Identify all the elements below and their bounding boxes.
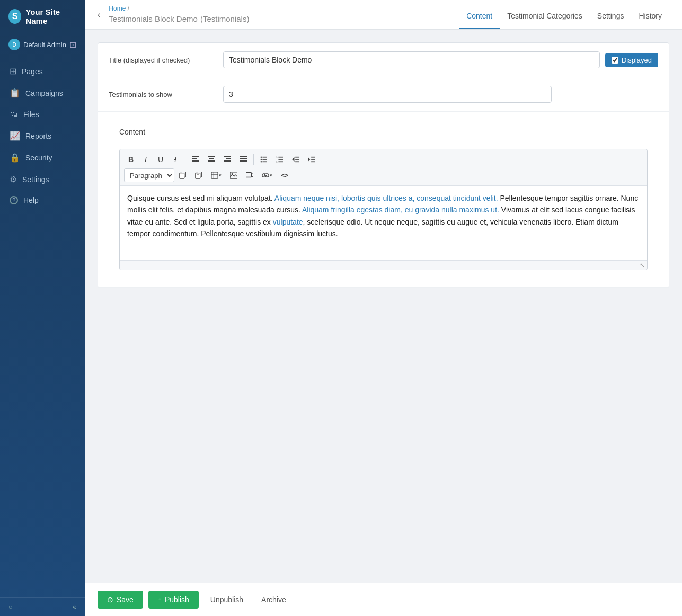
sidebar-item-label: Files (23, 110, 39, 119)
svg-rect-39 (196, 173, 200, 179)
paragraph-select[interactable]: Paragraph (124, 168, 174, 182)
toolbar-align-right[interactable] (220, 153, 235, 166)
breadcrumb-home[interactable]: Home (109, 5, 126, 12)
svg-rect-17 (262, 157, 267, 158)
sidebar-item-label: Pages (22, 67, 43, 76)
breadcrumb: Home / (109, 5, 459, 12)
testimonials-row: Testimonials to show (98, 77, 669, 112)
tab-history[interactable]: History (631, 2, 669, 29)
site-logo[interactable]: S Your Site Name (0, 0, 85, 33)
svg-rect-14 (240, 160, 247, 162)
user-profile[interactable]: D Default Admin ⊡ (0, 33, 85, 56)
tab-content[interactable]: Content (459, 2, 500, 29)
svg-rect-0 (192, 156, 199, 157)
footer-bar: ⊙ Save ↑ Publish Unpublish Archive (85, 583, 682, 616)
back-button[interactable]: ‹ (98, 10, 104, 20)
resize-icon: ⤡ (640, 262, 645, 269)
svg-rect-25 (278, 159, 283, 160)
toolbar-link[interactable]: ▾ (258, 168, 276, 182)
page-title-text: Testimonials Block Demo (109, 14, 198, 23)
tab-settings[interactable]: Settings (590, 2, 632, 29)
unpublish-label: Unpublish (210, 595, 243, 604)
editor-body[interactable]: Quisque cursus est sed mi aliquam volutp… (120, 186, 647, 260)
campaigns-icon: 📋 (10, 88, 20, 98)
sidebar-item-label: Security (25, 154, 52, 162)
svg-rect-41 (211, 172, 218, 178)
sidebar-bottom: ○ « (0, 597, 85, 616)
form-card: Title (displayed if checked) Displayed T… (98, 42, 669, 288)
editor-toolbar: B I U I (120, 149, 647, 186)
unpublish-button[interactable]: Unpublish (204, 591, 250, 609)
svg-rect-12 (240, 156, 247, 157)
sidebar-item-files[interactable]: 🗂 Files (0, 104, 85, 125)
save-button[interactable]: ⊙ Save (98, 591, 143, 609)
sidebar-item-label: Settings (22, 175, 49, 184)
svg-rect-30 (295, 159, 299, 160)
pages-icon: ⊞ (10, 66, 16, 76)
sidebar-item-label: Reports (25, 132, 51, 140)
svg-rect-46 (246, 173, 252, 177)
editor-resize-handle[interactable]: ⤡ (120, 260, 647, 270)
svg-rect-21 (262, 161, 267, 162)
testimonials-input[interactable] (223, 86, 552, 103)
header-tabs: Content Testimonial Categories Settings … (459, 0, 669, 29)
svg-text:1.: 1. (276, 156, 278, 158)
sidebar-item-security[interactable]: 🔒 Security (0, 147, 85, 168)
editor-wrapper: B I U I (109, 149, 658, 279)
toolbar-bold[interactable]: B (124, 153, 138, 166)
toolbar-ul[interactable] (256, 153, 271, 166)
svg-rect-4 (208, 156, 215, 157)
toolbar-indent-more[interactable] (304, 153, 319, 166)
toolbar-code[interactable]: <> (277, 168, 292, 182)
toolbar-copy[interactable] (175, 168, 190, 182)
sidebar-item-campaigns[interactable]: 📋 Campaigns (0, 82, 85, 104)
site-name: Your Site Name (25, 7, 76, 25)
user-settings-icon[interactable]: ⊡ (69, 40, 76, 50)
svg-marker-28 (292, 157, 294, 162)
toolbar-image[interactable] (226, 168, 241, 182)
publish-button[interactable]: ↑ Publish (148, 591, 199, 609)
toolbar-media[interactable] (242, 168, 257, 182)
tab-testimonial-categories[interactable]: Testimonial Categories (500, 2, 590, 29)
archive-label: Archive (261, 595, 286, 604)
svg-rect-2 (192, 160, 199, 162)
toolbar-indent-less[interactable] (288, 153, 303, 166)
save-icon: ⊙ (107, 595, 113, 604)
svg-rect-9 (226, 158, 231, 159)
svg-point-20 (261, 161, 262, 163)
archive-button[interactable]: Archive (255, 591, 293, 609)
toolbar-justify[interactable] (236, 153, 251, 166)
svg-rect-5 (209, 158, 214, 159)
toolbar-italic[interactable]: I (139, 153, 153, 166)
toolbar-separator-2 (253, 154, 254, 165)
toolbar-ol[interactable]: 1.2.3. (272, 153, 287, 166)
title-input[interactable] (223, 51, 600, 68)
toolbar-separator-1 (185, 154, 185, 165)
toolbar-align-left[interactable] (188, 153, 203, 166)
testimonials-control-group (223, 86, 658, 103)
svg-point-18 (261, 159, 262, 160)
main-content: ‹ Home / Testimonials Block Demo (Testim… (85, 0, 682, 616)
displayed-checkbox[interactable] (612, 57, 618, 64)
reports-icon: 📈 (10, 131, 20, 141)
toolbar-strikethrough[interactable]: I (169, 153, 182, 166)
svg-rect-37 (180, 173, 184, 179)
svg-rect-35 (311, 161, 315, 162)
title-control-group: Displayed (223, 51, 658, 68)
header-left: Home / Testimonials Block Demo (Testimon… (109, 0, 459, 29)
sidebar-item-reports[interactable]: 📈 Reports (0, 125, 85, 147)
sidebar-item-settings[interactable]: ⚙ Settings (0, 168, 85, 190)
svg-text:2.: 2. (276, 159, 278, 161)
sidebar-item-pages[interactable]: ⊞ Pages (0, 60, 85, 82)
toolbar-table[interactable]: ▾ (207, 168, 225, 182)
content-row: Content B I U I (98, 112, 669, 288)
collapse-button[interactable]: « (73, 603, 76, 611)
sidebar-item-label: Help (23, 196, 39, 204)
toolbar-underline[interactable]: U (154, 153, 167, 166)
title-label: Title (displayed if checked) (109, 51, 215, 65)
toolbar-align-center[interactable] (204, 153, 219, 166)
toolbar-paste[interactable] (191, 168, 206, 182)
sidebar: S Your Site Name D Default Admin ⊡ ⊞ Pag… (0, 0, 85, 616)
circle-icon: ○ (8, 603, 12, 611)
sidebar-item-help[interactable]: ? Help (0, 190, 85, 210)
